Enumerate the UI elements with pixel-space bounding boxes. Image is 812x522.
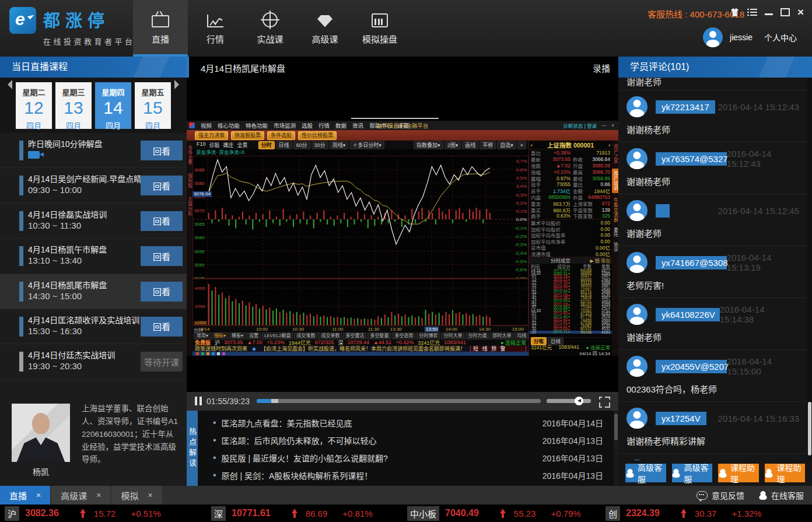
pause-button[interactable] [195,397,202,405]
course-marker [19,211,23,231]
top-navbar: e 都涨停 在线投资教育者平台 直播 行情 实战课 高级课 [0,0,812,57]
fullscreen-button[interactable] [599,397,610,408]
tab-close-icon[interactable]: × [96,491,101,500]
online-service-link[interactable]: 在线客服 [758,489,804,501]
time-axis-label: 15:00 [512,327,524,332]
course-action-button[interactable]: 回看 [141,211,183,231]
course-action-button[interactable]: 回看 [141,282,183,302]
date-card[interactable]: 星期三 13 四月 [55,82,92,129]
software-logo-icon [189,122,195,128]
percent-axis-label: 0.2% [516,201,527,206]
date-day: 12 [16,98,52,118]
course-action-button[interactable]: 回看 [141,317,183,337]
course-action-button[interactable]: 回看 [141,176,183,195]
index-zxb: 中小板7040.49 55.23+0.79% [407,505,581,522]
percent-axis-label: 0.4% [516,184,527,189]
date-card[interactable]: 星期四 14 四月 [95,82,131,129]
price-axis-label: 3065 [194,222,205,227]
course-item[interactable]: 4月14日匡洺颉收评及实战培训 15:30 ~ 16:30 回看 [0,309,187,344]
indicator-bar: 常用▾指标▾模板▾设置LEVEL2解盘成交笔数成交单数多空雷达多空能量多空态势分… [192,332,528,339]
quote-row: 涨跌 ▲7.02 开盘 3080.09 [529,163,612,169]
date-prev-arrow[interactable] [3,80,12,89]
hot-news-tab[interactable]: 热点解读 [187,411,198,486]
volume-slider[interactable] [547,399,591,403]
bullet-icon: • [213,435,216,446]
nav-tab-icon [317,12,332,27]
nav-tab[interactable]: 模拟操盘 [352,0,407,57]
date-card[interactable]: 星期五 15 四月 [135,82,171,129]
status-item: 1083/441 [444,339,466,345]
qq-service-button[interactable]: 高级客服 [672,464,713,482]
software-menu-item: 视频 [198,121,215,129]
course-item[interactable]: 4月14日杨凯午市解盘 13:10 ~ 13:40 回看 [0,239,187,274]
comment-avatar [626,148,648,169]
course-item[interactable]: 4月14日吴剑产经新闻.早盘点睛 09:30 ~ 10:00 回看 [0,168,187,203]
player-bar: 01:55/39:23 [187,392,618,411]
software-menu-item: 行情 [316,121,332,129]
course-action-button[interactable]: 回看 [141,246,183,266]
date-next-arrow[interactable] [174,80,184,89]
time-axis-label: 4/14 [201,327,210,332]
course-item[interactable]: 4月14日徐磊实战培训 10:30 ~ 11:30 回看 [0,204,187,239]
news-scroll-handle[interactable] [614,414,618,440]
minimize-icon[interactable] [765,10,773,15]
percent-axis-label: -0.1% [514,226,527,231]
news-scrollbar[interactable] [614,411,618,486]
bottom-tab[interactable]: 模拟 × [111,486,162,505]
tab-close-icon[interactable]: × [148,491,152,500]
indicator-chip: 多空态势 [392,332,415,339]
software-quick-button: 快准狠股票 [231,131,264,140]
status-item: 672/325 [315,339,334,345]
comment-username: yk64108226V [656,308,720,321]
course-item[interactable]: 4月14日付廷杰实战培训 19:30 ~ 20:30 等待开课 [0,344,187,379]
progress-bar[interactable] [257,399,541,403]
bottom-tab[interactable]: 直播 × [0,486,50,505]
qq-service-button[interactable]: 课程助理 [765,464,806,482]
instructor-card: 杨凯 上海益学董事、联合创始人、资深导师，证书编号A1220616030001；… [0,394,187,486]
course-action-button[interactable]: 等待开课 [141,352,183,372]
software-left-tab: 指标股 [187,173,193,188]
software-status-link: 诊断状态 | 登录 [563,122,597,129]
price-axis-label: 3070 [194,208,205,213]
status-item: +0.42% [396,339,414,345]
course-action-button[interactable]: 回看 [141,141,183,160]
current-price-chip: 3076.04 [192,191,212,197]
video-screen[interactable]: 视频核心功能特色功能市场监测选股行情数据资讯帮助中心设置 益学操盘手·金融平台 … [187,78,618,392]
nav-tab[interactable]: 实战课 [243,0,298,57]
qq-service-button[interactable]: 高级客服 [625,464,666,482]
news-item[interactable]: • 原创 | 吴剑：A股板块结构解析系列课程！ 2016年04月13日 [213,467,609,484]
user-center-link[interactable]: 个人中心 [764,31,797,43]
comments-scrollbar[interactable] [807,78,812,460]
date-card[interactable]: 星期二 12 四月 [16,82,52,129]
comment-timestamp: 2016-04-14 15:12:43 [718,102,799,112]
nav-tab[interactable]: 直播 [133,0,188,57]
quote-row: 内盘 88500884 外盘 84880763 [529,194,612,201]
comments-scroll-handle[interactable] [808,402,811,456]
date-carousel: 星期二 12 四月 星期三 13 四月 星期四 14 四月 星期五 15 四月 [0,78,187,133]
close-icon[interactable]: × [797,8,804,17]
news-item[interactable]: • 匡洺颉：后市风险仍未释放，不可掉以轻心 2016年04月13日 [213,432,609,449]
volume-knob[interactable] [575,397,583,405]
bottom-tab[interactable]: 高级课 × [51,486,110,505]
user-avatar[interactable] [703,27,723,47]
course-item[interactable]: 昨日晚间10分钟解盘 回看 [0,133,187,168]
software-quickbar: 强主力决策快准狠股票条件选股性价比榜股票 [187,130,618,141]
announcement-list-icon[interactable] [747,8,757,16]
news-item[interactable]: • 股民版 | 最近爆火！友谊的小船怎么说翻就翻? 2016年04月13日 [213,449,609,467]
progress-handle[interactable] [271,399,278,403]
qq-service-button[interactable]: 课程助理 [718,464,759,482]
progress-fill [257,399,271,403]
software-menu-item: 特色功能 [243,121,271,129]
percent-axis-label: 0.6% [516,167,527,173]
feedback-link[interactable]: 意见反馈 [696,489,744,501]
comment-item: yx17254V 2016-04-14 15:16:33 谢谢杨老师精彩讲解 [618,402,807,454]
tab-close-icon[interactable]: × [36,491,41,500]
skin-icon[interactable] [730,8,740,17]
nav-tab[interactable]: 高级课 [298,0,352,57]
news-item[interactable]: • 匡洺颉九点看盘：美元指数已经见底 2016年04月14日 [213,414,609,432]
software-left-tab: 大盘分析 [187,197,193,216]
nav-tab-icon [152,12,169,27]
maximize-icon[interactable] [780,8,790,16]
nav-tab[interactable]: 行情 [188,0,243,57]
course-item[interactable]: 4月14日杨凯尾市解盘 14:30 ~ 15:00 回看 [0,274,187,309]
